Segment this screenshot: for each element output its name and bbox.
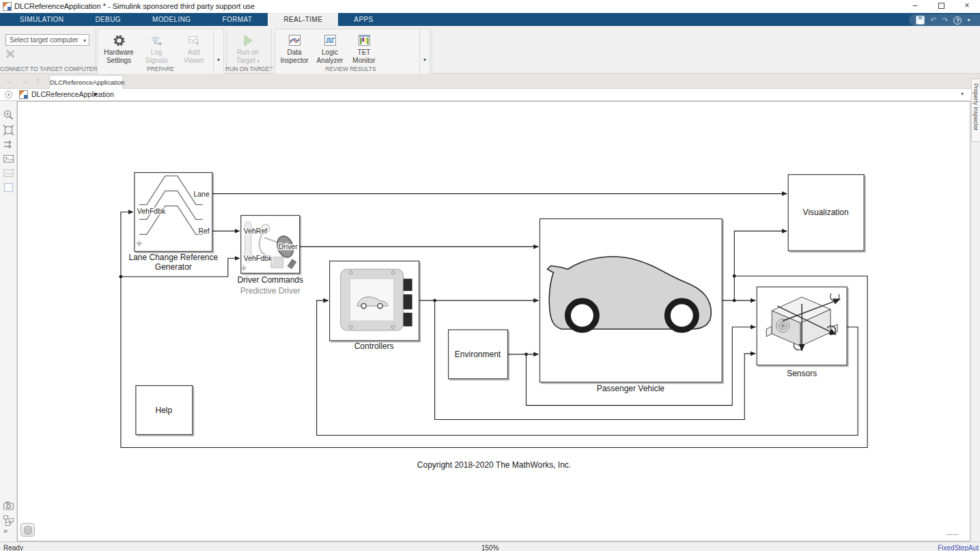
simulink-window: DLCReferenceApplication * - Simulink spo… <box>0 0 980 551</box>
save-icon[interactable] <box>916 16 925 25</box>
right-gutter: Property Inspector <box>970 101 980 541</box>
block-diagram: VehFdbk Lane Ref Lane Change Reference G… <box>18 102 970 541</box>
block-environment[interactable]: Environment <box>449 330 508 379</box>
tab-modeling[interactable]: MODELING <box>137 13 207 26</box>
block-passenger-vehicle[interactable]: Passenger Vehicle <box>540 218 722 393</box>
block-controllers[interactable]: Controllers <box>330 261 419 351</box>
wire-junction <box>733 299 736 302</box>
undo-icon[interactable]: ↶ <box>930 14 936 26</box>
combo-dropdown-icon: ▾ <box>83 36 86 46</box>
image-annotation-alt-icon[interactable] <box>3 167 14 179</box>
main-area: » <box>0 101 980 541</box>
section-prepare-label: PREPARE <box>97 66 224 72</box>
copyright-annotation: Copyright 2018-2020 The MathWorks, Inc. <box>417 460 571 470</box>
gear-icon <box>113 34 126 47</box>
toolstrip-tab-bar: SIMULATION DEBUG MODELING FORMAT REAL-TI… <box>0 13 980 26</box>
tab-real-time[interactable]: REAL-TIME <box>268 13 338 26</box>
section-review-label: REVIEW RESULTS <box>271 66 430 72</box>
tab-simulation[interactable]: SIMULATION <box>4 13 79 26</box>
chevron-down-icon: ▾ <box>423 57 426 63</box>
zoom-level: 150% <box>481 544 499 551</box>
ribbon-separator <box>95 28 96 72</box>
wire-junction <box>733 274 736 278</box>
tab-debug[interactable]: DEBUG <box>79 13 137 26</box>
block-lane-change-reference-generator[interactable]: VehFdbk Lane Ref Lane Change Reference G… <box>129 173 219 272</box>
signal-wires[interactable] <box>119 194 867 448</box>
image-annotation-icon[interactable] <box>3 153 14 165</box>
expand-palette-icon[interactable]: » <box>3 526 8 535</box>
block-label: Generator <box>155 262 192 272</box>
window-title: DLCReferenceApplication * - Simulink spo… <box>14 2 255 10</box>
logic-analyzer-icon <box>324 34 337 46</box>
section-connect-label: CONNECT TO TARGET COMPUTER <box>0 66 96 72</box>
viewmark-icon[interactable] <box>3 500 14 511</box>
block-help[interactable]: Help <box>136 386 193 435</box>
block-label: Passenger Vehicle <box>597 384 665 393</box>
model-browser-icon[interactable] <box>3 515 14 526</box>
box-annotation-icon[interactable] <box>3 182 14 193</box>
port-label: Driver <box>279 243 298 251</box>
block-label: Sensors <box>787 369 817 378</box>
tab-format[interactable]: FORMAT <box>207 13 268 26</box>
add-viewer-icon <box>188 34 201 46</box>
wire-junction <box>524 352 528 356</box>
port-label: Ref <box>198 227 209 235</box>
explorer-bar-toggle-icon[interactable] <box>5 91 12 98</box>
up-icon[interactable]: ↑ <box>36 76 40 85</box>
block-driver-commands[interactable]: VehRef VehFdbk Driver Driver Commands Pr… <box>237 215 303 296</box>
maximize-icon <box>938 3 944 9</box>
solver-link[interactable]: FixedStepAut <box>938 544 979 551</box>
maximize-button[interactable] <box>928 0 954 13</box>
status-bar: Ready 150% FixedStepAut <box>0 541 980 551</box>
wire-junction <box>119 275 122 279</box>
model-data-access-button[interactable] <box>20 523 35 537</box>
qat-dropdown-icon[interactable]: ▾ <box>967 17 970 23</box>
block-label: Driver Commands <box>237 275 303 285</box>
run-icon <box>242 34 254 47</box>
disconnect-icon[interactable] <box>5 49 15 59</box>
log-signals-icon <box>150 34 163 47</box>
database-icon <box>23 524 36 537</box>
tab-apps[interactable]: APPS <box>338 13 389 26</box>
breadcrumb-step-icon[interactable]: ▶ <box>94 91 98 97</box>
back-icon[interactable]: ← <box>5 76 14 85</box>
block-label: Visualization <box>803 208 849 217</box>
fit-to-view-icon[interactable] <box>3 124 14 136</box>
port-label: Lane <box>193 190 209 198</box>
block-sensors[interactable]: Sensors <box>757 287 847 378</box>
close-button[interactable]: × <box>954 0 980 13</box>
port-label: VehFdbk <box>137 208 166 215</box>
quick-access-toolbar: ↶ ↷ ? ▾ <box>909 14 980 26</box>
block-label: Help <box>156 406 173 415</box>
minimize-button[interactable]: – <box>902 0 928 13</box>
help-icon[interactable]: ? <box>953 16 962 25</box>
property-inspector-tab[interactable]: Property Inspector <box>971 79 979 142</box>
port-label: VehFdbk <box>244 255 272 262</box>
breadcrumb[interactable]: DLCReferenceApplication <box>31 90 114 98</box>
block-label: Controllers <box>354 341 394 351</box>
status-message: Ready <box>3 544 23 551</box>
block-annotation: Predictive Driver <box>240 286 300 296</box>
port-label: VehRef <box>244 227 267 235</box>
simulink-icon <box>3 2 12 11</box>
toolstrip-ribbon: Select target computer ▾ CONNECT TO TARG… <box>0 26 980 74</box>
target-computer-select[interactable]: Select target computer ▾ <box>5 34 89 46</box>
wire-junction <box>433 299 436 302</box>
document-bar: ← → ↑ DLCReferenceApplication <box>0 74 980 89</box>
chevron-down-icon: ▾ <box>217 57 220 63</box>
tet-monitor-icon <box>358 34 371 46</box>
block-label: Lane Change Reference <box>129 253 219 262</box>
ribbon-separator <box>432 28 432 72</box>
breadcrumb-dropdown-icon[interactable]: ▾ <box>961 91 964 97</box>
model-canvas[interactable]: VehFdbk Lane Ref Lane Change Reference G… <box>17 101 970 541</box>
signal-routing-icon[interactable] <box>3 139 14 150</box>
block-visualization[interactable]: Visualization <box>788 175 864 251</box>
section-run-label: RUN ON TARGET <box>225 66 270 72</box>
forward-icon[interactable]: → <box>20 76 29 85</box>
block-label: Environment <box>455 350 501 359</box>
canvas-palette: » <box>0 101 17 541</box>
zoom-icon[interactable] <box>3 109 14 121</box>
redo-icon[interactable]: ↷ <box>942 14 948 26</box>
resize-grip[interactable] <box>947 534 960 539</box>
model-tab[interactable]: DLCReferenceApplication <box>49 75 123 89</box>
